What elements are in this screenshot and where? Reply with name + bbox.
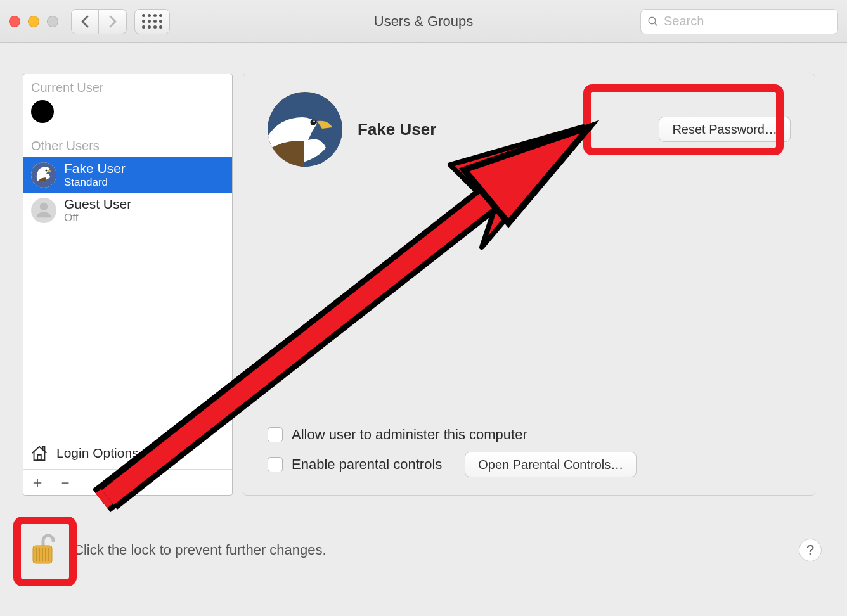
search-field[interactable] [640,9,838,34]
search-input[interactable] [664,14,831,29]
admin-checkbox-label: Allow user to administer this computer [292,427,527,443]
user-role-label: Off [64,212,131,224]
admin-checkbox-row[interactable]: Allow user to administer this computer [268,427,791,443]
minimize-window-button[interactable] [28,16,39,27]
user-avatar-large[interactable] [268,92,342,167]
footer: Click the lock to prevent further change… [25,531,822,569]
current-user-row[interactable] [23,99,232,132]
remove-user-button[interactable]: － [51,470,79,495]
parental-checkbox-row[interactable]: Enable parental controls Open Parental C… [268,452,791,477]
open-parental-controls-button[interactable]: Open Parental Controls… [465,452,637,477]
parental-checkbox-label: Enable parental controls [292,456,442,473]
current-user-label: Current User [23,74,232,99]
nav-buttons [71,9,127,34]
back-button[interactable] [71,9,99,34]
users-sidebar: Current User Other Users Fake User Stand… [23,74,233,496]
forward-button[interactable] [99,9,127,34]
show-all-prefs-button[interactable] [134,9,170,34]
lock-hint-text: Click the lock to prevent further change… [74,542,327,558]
search-icon [647,16,659,27]
window-title: Users & Groups [374,13,474,30]
close-window-button[interactable] [9,16,20,27]
house-icon [30,444,49,463]
parental-checkbox[interactable] [268,457,283,472]
user-avatar-silhouette-icon [31,198,56,223]
login-options-label: Login Options [56,446,139,461]
login-options-row[interactable]: Login Options [23,437,232,470]
svg-rect-2 [37,455,41,460]
help-button[interactable]: ? [799,539,822,561]
user-name-label: Guest User [64,196,131,212]
other-users-label: Other Users [23,132,232,157]
panel-header: Fake User Reset Password… [268,92,791,167]
panel-user-name: Fake User [358,120,436,139]
titlebar: Users & Groups [0,0,847,43]
current-user-avatar [31,100,54,123]
user-name-label: Fake User [64,161,126,176]
grid-icon [142,14,162,29]
user-avatar-eagle-icon [31,162,56,188]
add-user-button[interactable]: ＋ [23,470,51,495]
add-remove-bar: ＋ － [23,470,232,495]
lock-button[interactable] [25,531,61,569]
user-role-label: Standard [64,176,126,189]
svg-point-5 [311,120,316,125]
content-area: Current User Other Users Fake User Stand… [0,43,847,496]
lock-open-icon [29,533,57,567]
window-controls [9,16,58,27]
user-row-guest-user[interactable]: Guest User Off [23,193,232,228]
zoom-window-button[interactable] [47,16,58,27]
user-detail-panel: Fake User Reset Password… Allow user to … [243,74,815,496]
svg-point-1 [45,169,47,171]
user-row-fake-user[interactable]: Fake User Standard [23,157,232,193]
admin-checkbox[interactable] [268,427,283,442]
reset-password-button[interactable]: Reset Password… [659,117,791,142]
svg-point-6 [313,120,314,122]
